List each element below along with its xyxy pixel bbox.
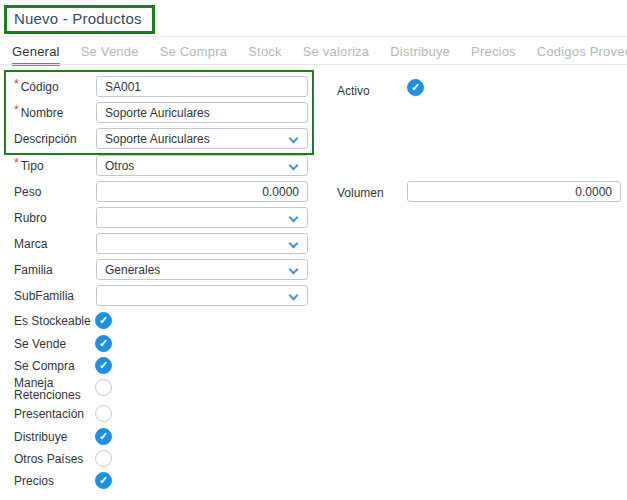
se-vende-label: Se Vende — [14, 338, 92, 350]
rubro-label: Rubro — [14, 212, 92, 224]
field-row-familia: Familia Generales — [0, 259, 627, 280]
toggle-row-otros-paises: Otros Países ✓ — [0, 450, 627, 468]
se-compra-checkbox[interactable]: ✓ — [95, 357, 112, 374]
tipo-label: Tipo — [14, 160, 92, 172]
peso-label: Peso — [14, 186, 92, 198]
field-row-rubro: Rubro — [0, 207, 627, 228]
check-icon: ✓ — [99, 360, 108, 371]
field-row-tipo: Tipo Otros — [0, 155, 627, 176]
descripcion-select[interactable]: Soporte Auriculares — [96, 128, 308, 149]
tab-distribuye[interactable]: Distribuye — [390, 44, 450, 66]
chevron-down-icon — [289, 265, 299, 275]
tab-bar-divider — [0, 64, 627, 65]
otros-paises-checkbox[interactable]: ✓ — [95, 450, 112, 467]
toggle-row-distribuye: Distribuye ✓ — [0, 428, 627, 446]
check-icon: ✓ — [411, 82, 420, 93]
check-icon: ✓ — [99, 475, 108, 486]
chevron-down-icon — [289, 161, 299, 171]
toggle-row-presentacion: Presentación ✓ — [0, 405, 627, 423]
chevron-down-icon — [289, 213, 299, 223]
activo-checkbox[interactable]: ✓ — [407, 79, 424, 96]
tab-se-compra[interactable]: Se Compra — [160, 44, 228, 66]
field-row-activo: Activo ✓ — [0, 79, 627, 100]
descripcion-select-value: Soporte Auriculares — [105, 132, 210, 146]
title-highlight-box: Nuevo - Productos — [4, 5, 155, 34]
field-row-marca: Marca — [0, 233, 627, 254]
chevron-down-icon — [289, 291, 299, 301]
es-stockeable-checkbox[interactable]: ✓ — [95, 312, 112, 329]
familia-select[interactable]: Generales — [96, 259, 308, 280]
page-title: Nuevo - Productos — [14, 10, 142, 27]
check-icon: ✓ — [99, 431, 108, 442]
familia-label: Familia — [14, 264, 92, 276]
tab-stock[interactable]: Stock — [248, 44, 282, 66]
toggle-row-es-stockeable: Es Stockeable ✓ — [0, 312, 627, 330]
presentacion-label: Presentación — [14, 408, 92, 420]
tab-codigos-proveedor[interactable]: Codigos Proveedor — [537, 44, 627, 66]
es-stockeable-label: Es Stockeable — [14, 315, 92, 327]
volumen-input[interactable] — [407, 181, 621, 202]
chevron-down-icon — [289, 239, 299, 249]
tipo-select[interactable]: Otros — [96, 155, 308, 176]
marca-select[interactable] — [96, 233, 308, 254]
toggle-row-maneja-retenciones: Maneja Retenciones ✓ — [0, 377, 627, 407]
toggle-row-se-compra: Se Compra ✓ — [0, 357, 627, 375]
field-row-nombre: Nombre — [0, 102, 627, 123]
field-row-descripcion: Descripción Soporte Auriculares — [0, 128, 627, 149]
tab-bar: General Se Vende Se Compra Stock Se valo… — [12, 44, 627, 66]
subfamilia-select[interactable] — [96, 285, 308, 306]
distribuye-label: Distribuye — [14, 431, 92, 443]
distribuye-checkbox[interactable]: ✓ — [95, 428, 112, 445]
presentacion-checkbox[interactable]: ✓ — [95, 405, 112, 422]
toggle-row-precios: Precios ✓ — [0, 472, 627, 490]
activo-label: Activo — [337, 84, 407, 98]
rubro-select[interactable] — [96, 207, 308, 228]
chevron-down-icon — [289, 134, 299, 144]
se-vende-checkbox[interactable]: ✓ — [95, 335, 112, 352]
se-compra-label: Se Compra — [14, 360, 92, 372]
check-icon: ✓ — [99, 315, 108, 326]
maneja-retenciones-label: Maneja Retenciones — [14, 377, 92, 401]
volumen-label: Volumen — [337, 186, 407, 200]
otros-paises-label: Otros Países — [14, 453, 92, 465]
precios-label: Precios — [14, 475, 92, 487]
subfamilia-label: SubFamilia — [14, 290, 92, 302]
descripcion-label: Descripción — [14, 133, 92, 145]
nombre-label: Nombre — [14, 107, 92, 119]
tab-precios[interactable]: Precios — [471, 44, 516, 66]
tab-general[interactable]: General — [12, 44, 60, 66]
field-row-subfamilia: SubFamilia — [0, 285, 627, 306]
check-icon: ✓ — [99, 338, 108, 349]
precios-checkbox[interactable]: ✓ — [95, 472, 112, 489]
tab-se-valoriza[interactable]: Se valoriza — [303, 44, 370, 66]
peso-input[interactable] — [96, 181, 308, 202]
field-row-peso: Peso Volumen — [0, 181, 627, 202]
tipo-select-value: Otros — [105, 159, 134, 173]
familia-select-value: Generales — [105, 263, 160, 277]
nombre-input[interactable] — [96, 102, 308, 123]
maneja-retenciones-checkbox[interactable]: ✓ — [95, 379, 112, 396]
toggle-row-se-vende: Se Vende ✓ — [0, 335, 627, 353]
product-form-page: Nuevo - Productos General Se Vende Se Co… — [0, 0, 627, 500]
marca-label: Marca — [14, 238, 92, 250]
header-divider — [0, 36, 627, 37]
tab-se-vende[interactable]: Se Vende — [81, 44, 139, 66]
